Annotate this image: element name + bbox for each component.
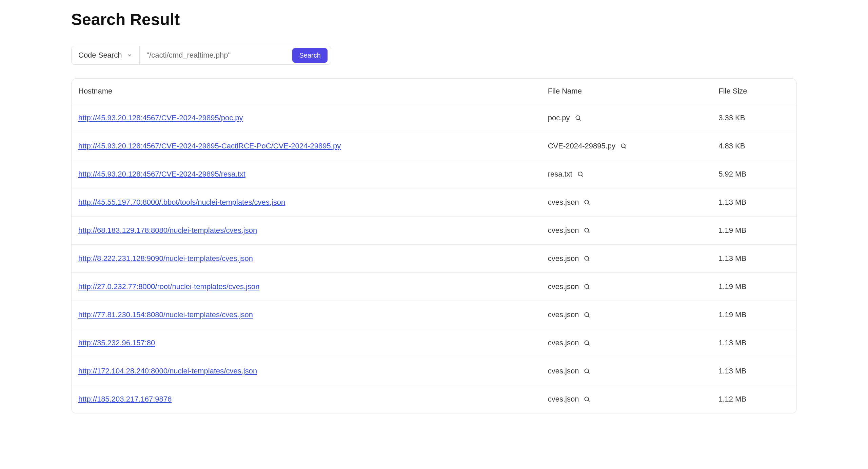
filesize-cell: 1.19 MB [718,226,790,235]
svg-line-5 [582,176,583,177]
search-icon[interactable] [620,143,627,149]
svg-point-0 [576,116,580,120]
table-row: http://172.104.28.240:8000/nuclei-templa… [72,357,796,385]
hostname-link[interactable]: http://185.203.217.167:9876 [78,395,172,403]
search-icon[interactable] [584,255,590,262]
chevron-down-icon [126,52,133,58]
header-hostname: Hostname [78,87,548,96]
filesize-cell: 1.13 MB [718,254,790,263]
filename-text: cves.json [548,226,579,235]
search-icon[interactable] [584,340,590,346]
filesize-cell: 1.19 MB [718,282,790,291]
filename-cell: CVE-2024-29895.py [548,142,719,150]
search-icon[interactable] [584,311,590,318]
filename-cell: cves.json [548,282,719,291]
search-bar: Code Search Search [71,46,331,65]
search-icon[interactable] [584,199,590,206]
svg-point-18 [585,369,589,373]
search-icon[interactable] [575,115,581,121]
hostname-link[interactable]: http://77.81.230.154:8080/nuclei-templat… [78,310,253,319]
hostname-link[interactable]: http://45.55.197.70:8000/.bbot/tools/nuc… [78,198,285,206]
table-row: http://35.232.96.157:80cves.json1.13 MB [72,329,796,357]
filename-text: cves.json [548,367,579,375]
search-type-label: Code Search [78,51,122,60]
search-icon[interactable] [584,396,590,403]
hostname-link[interactable]: http://172.104.28.240:8000/nuclei-templa… [78,367,257,375]
header-filesize: File Size [718,87,790,96]
hostname-link[interactable]: http://27.0.232.77:8000/root/nuclei-temp… [78,282,259,291]
hostname-cell: http://77.81.230.154:8080/nuclei-templat… [78,310,548,319]
filesize-cell: 1.19 MB [718,310,790,319]
hostname-cell: http://45.93.20.128:4567/CVE-2024-29895-… [78,142,548,150]
search-icon[interactable] [584,227,590,234]
table-row: http://45.93.20.128:4567/CVE-2024-29895-… [72,132,796,160]
filename-text: cves.json [548,198,579,207]
table-row: http://185.203.217.167:9876cves.json1.12… [72,385,796,413]
svg-line-19 [588,372,590,374]
svg-line-21 [588,401,590,402]
filename-cell: cves.json [548,395,719,404]
header-filename: File Name [548,87,719,96]
search-type-select[interactable]: Code Search [72,46,140,64]
svg-line-17 [588,344,590,346]
table-row: http://77.81.230.154:8080/nuclei-templat… [72,301,796,329]
filesize-cell: 1.12 MB [718,395,790,404]
svg-line-7 [588,204,590,205]
filesize-cell: 3.33 KB [718,114,790,122]
hostname-cell: http://8.222.231.128:9090/nuclei-templat… [78,254,548,263]
search-icon[interactable] [577,171,584,178]
search-button[interactable]: Search [292,48,327,63]
hostname-cell: http://45.93.20.128:4567/CVE-2024-29895/… [78,114,548,122]
hostname-link[interactable]: http://8.222.231.128:9090/nuclei-templat… [78,254,253,263]
hostname-cell: http://68.183.129.178:8080/nuclei-templa… [78,226,548,235]
hostname-link[interactable]: http://35.232.96.157:80 [78,339,155,347]
hostname-link[interactable]: http://45.93.20.128:4567/CVE-2024-29895/… [78,114,243,122]
svg-point-8 [585,228,589,232]
svg-point-2 [621,144,625,148]
filesize-cell: 4.83 KB [718,142,790,150]
svg-line-1 [579,119,580,121]
page-title: Search Result [71,10,797,29]
hostname-cell: http://35.232.96.157:80 [78,339,548,347]
filename-text: cves.json [548,395,579,404]
search-icon[interactable] [584,283,590,290]
svg-point-6 [585,200,589,204]
svg-point-10 [585,256,589,260]
table-row: http://8.222.231.128:9090/nuclei-templat… [72,245,796,273]
svg-point-14 [585,312,589,317]
filename-cell: cves.json [548,226,719,235]
filename-cell: cves.json [548,310,719,319]
hostname-cell: http://172.104.28.240:8000/nuclei-templa… [78,367,548,375]
filename-text: CVE-2024-29895.py [548,142,615,150]
svg-line-9 [588,232,590,233]
svg-line-15 [588,316,590,318]
filename-cell: cves.json [548,339,719,347]
filename-cell: cves.json [548,254,719,263]
filename-cell: resa.txt [548,170,719,179]
filename-cell: poc.py [548,114,719,122]
filename-text: cves.json [548,339,579,347]
hostname-link[interactable]: http://68.183.129.178:8080/nuclei-templa… [78,226,257,234]
filename-cell: cves.json [548,198,719,207]
filename-text: cves.json [548,254,579,263]
svg-point-16 [585,341,589,345]
filesize-cell: 1.13 MB [718,198,790,207]
svg-line-11 [588,260,590,261]
filesize-cell: 5.92 MB [718,170,790,179]
table-row: http://27.0.232.77:8000/root/nuclei-temp… [72,273,796,301]
filename-text: poc.py [548,114,570,122]
table-row: http://68.183.129.178:8080/nuclei-templa… [72,217,796,245]
hostname-link[interactable]: http://45.93.20.128:4567/CVE-2024-29895/… [78,170,245,178]
svg-line-3 [625,147,626,149]
search-icon[interactable] [584,368,590,374]
filesize-cell: 1.13 MB [718,339,790,347]
table-row: http://45.93.20.128:4567/CVE-2024-29895/… [72,104,796,132]
svg-point-12 [585,284,589,288]
filesize-cell: 1.13 MB [718,367,790,375]
search-input[interactable] [140,46,289,64]
results-table: Hostname File Name File Size http://45.9… [71,78,797,413]
svg-line-13 [588,288,590,289]
filename-cell: cves.json [548,367,719,375]
hostname-cell: http://185.203.217.167:9876 [78,395,548,404]
hostname-link[interactable]: http://45.93.20.128:4567/CVE-2024-29895-… [78,142,341,150]
